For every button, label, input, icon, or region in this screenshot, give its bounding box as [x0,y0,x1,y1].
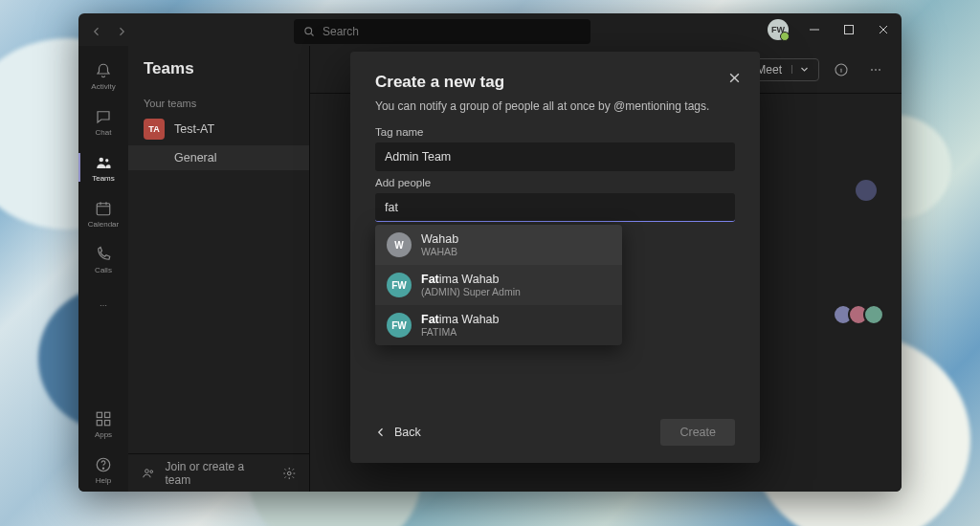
svg-rect-6 [105,412,110,417]
chevron-down-icon [800,65,809,74]
back-nav[interactable] [86,21,107,42]
svg-point-10 [102,468,103,469]
channel-general[interactable]: General [128,145,309,170]
tag-name-input[interactable] [375,142,735,171]
rail-activity[interactable]: Activity [78,54,128,98]
suggestion-sub: (ADMIN) Super Admin [421,286,521,297]
sidebar-title: Teams [128,59,309,94]
search-placeholder: Search [323,25,359,38]
suggestion-item[interactable]: FW Fatima Wahab FATIMA [375,305,622,345]
svg-point-13 [287,471,291,475]
modal-close[interactable] [724,67,745,88]
gear-icon[interactable] [282,466,296,481]
suggestion-sub: WAHAB [421,246,458,257]
rail-more[interactable]: ⋯ [78,283,128,327]
maximize-button[interactable] [833,16,865,43]
suggestion-avatar: FW [387,313,412,338]
rail-teams[interactable]: Teams [78,145,128,189]
rail-apps[interactable]: Apps [78,402,128,446]
forward-nav[interactable] [111,21,132,42]
member-avatar [856,180,877,201]
svg-point-0 [305,28,312,34]
meet-dropdown[interactable] [791,65,809,74]
app-window: Search FW Activity Chat Teams Calendar C… [78,13,902,492]
search-input[interactable]: Search [294,19,590,44]
suggestion-name: Fatima Wahab [421,313,500,326]
svg-rect-5 [97,412,101,417]
chevron-left-icon [375,427,387,438]
create-button[interactable]: Create [660,419,735,446]
teams-sidebar: Teams Your teams TA Test-AT General Join… [128,46,310,492]
suggestion-name: Wahab [421,232,458,246]
modal-title: Create a new tag [375,73,735,92]
team-avatar: TA [144,119,165,140]
create-tag-modal: Create a new tag You can notify a group … [350,52,760,463]
people-suggestions: W Wahab WAHAB FW Fatima Wahab (ADMIN) Su… [375,225,622,345]
svg-point-3 [105,159,108,162]
more-button[interactable]: ⋯ [863,57,888,82]
minimize-button[interactable] [798,16,831,43]
app-rail: Activity Chat Teams Calendar Calls ⋯ App… [78,46,128,492]
join-create-team[interactable]: Join or create a team [128,453,309,492]
history-nav [86,21,132,42]
rail-help[interactable]: Help [78,448,128,492]
suggestion-item[interactable]: W Wahab WAHAB [375,225,622,265]
back-button[interactable]: Back [375,426,421,439]
suggestion-avatar: FW [387,273,412,297]
svg-rect-1 [845,26,854,34]
modal-subtitle: You can notify a group of people all at … [375,99,735,113]
member-avatars [838,304,884,325]
sidebar-section: Your teams [128,94,309,113]
add-people-label: Add people [375,177,735,188]
svg-point-11 [145,469,149,472]
rail-calendar[interactable]: Calendar [78,191,128,235]
suggestion-item[interactable]: FW Fatima Wahab (ADMIN) Super Admin [375,265,622,305]
tag-name-label: Tag name [375,126,735,138]
svg-point-12 [150,470,153,472]
team-row[interactable]: TA Test-AT [128,113,309,145]
svg-rect-7 [97,420,101,425]
team-name: Test-AT [174,122,214,136]
search-icon [303,26,315,37]
current-user-avatar[interactable]: FW [768,19,789,40]
svg-rect-8 [105,420,110,425]
rail-chat[interactable]: Chat [78,99,128,143]
suggestion-avatar: W [387,232,412,257]
suggestion-sub: FATIMA [421,326,500,338]
titlebar: FW [766,13,902,46]
add-people-input[interactable] [375,193,735,222]
suggestion-name: Fatima Wahab [421,273,521,286]
info-button[interactable] [829,57,854,82]
svg-rect-4 [97,203,110,214]
people-icon [142,466,155,481]
rail-calls[interactable]: Calls [78,237,128,281]
close-button[interactable] [867,16,900,43]
svg-point-2 [100,157,104,162]
